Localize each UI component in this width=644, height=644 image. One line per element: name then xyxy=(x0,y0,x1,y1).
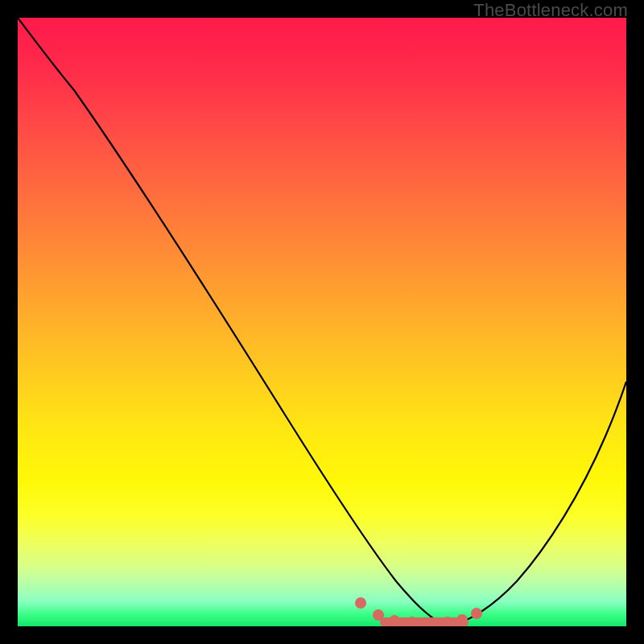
curve-layer xyxy=(18,18,626,626)
marker-dot xyxy=(471,608,482,619)
marker-group xyxy=(355,597,482,626)
marker-bar xyxy=(380,617,469,626)
marker-dot xyxy=(355,597,366,609)
chart-stage: TheBottleneck.com xyxy=(0,0,644,644)
right-curve-path xyxy=(452,382,626,625)
plot-area xyxy=(18,18,626,626)
watermark-text: TheBottleneck.com xyxy=(473,0,628,21)
left-curve-path xyxy=(18,18,444,625)
